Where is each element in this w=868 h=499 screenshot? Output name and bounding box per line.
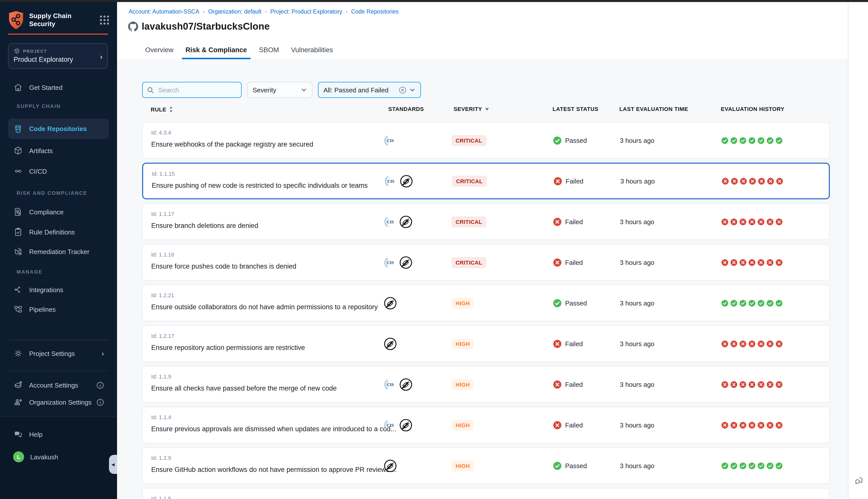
breadcrumb-link[interactable]: Organization: default: [208, 9, 262, 14]
table-row[interactable]: Id: 1.2.9Ensure GitHub action workflows …: [142, 447, 830, 484]
owasp-badge-icon: [399, 256, 412, 269]
module-grid-icon[interactable]: [100, 15, 109, 25]
svg-text:CIS: CIS: [387, 219, 394, 224]
user-menu[interactable]: L Lavakush: [8, 449, 109, 465]
latest-status-cell: Failed: [553, 258, 583, 267]
tab-overview[interactable]: Overview: [145, 40, 173, 59]
owasp-badge-icon: [399, 418, 412, 431]
tab-vulnerabilities[interactable]: Vulnerabilities: [291, 40, 333, 59]
cis-badge-icon: CIS: [384, 175, 396, 187]
history-fail-icon: [731, 259, 737, 266]
svg-text:CIS: CIS: [387, 138, 394, 143]
table-row[interactable]: Id: 1.2.17Ensure repository action permi…: [142, 325, 830, 362]
column-label: LATEST STATUS: [553, 106, 599, 112]
history-fail-icon: [748, 340, 756, 347]
table-row[interactable]: Id: 1.1.15Ensure pushing of new code is …: [142, 163, 830, 199]
last-evaluation-time: 3 hours ago: [620, 340, 654, 348]
breadcrumb-link[interactable]: Project: Product Exploratory: [270, 9, 342, 14]
history-pass-icon: [758, 137, 764, 144]
help-chat-icon: ?: [13, 429, 23, 439]
failed-status-icon: [554, 177, 562, 185]
history-pass-icon: [748, 137, 756, 144]
history-fail-icon: [775, 340, 783, 347]
table-row[interactable]: Id: 1.1.16Ensure force pushes code to br…: [142, 244, 830, 281]
sidebar-item-help[interactable]: ? Help: [8, 426, 109, 442]
sidebar-item-artifacts[interactable]: Artifacts: [8, 143, 109, 159]
table-row[interactable]: Id: 1.1.9Ensure all checks have passed b…: [142, 366, 830, 403]
owasp-badge-icon: [384, 337, 397, 350]
sidebar-item-code-repositories[interactable]: Code Repositories: [8, 119, 109, 139]
history-fail-icon: [775, 381, 783, 388]
sidebar-item-label: Integrations: [29, 286, 63, 293]
sidebar-item-integrations[interactable]: Integrations: [8, 282, 109, 298]
rule-id: Id: 4.3.4: [151, 130, 171, 135]
column-header-last-evaluation-time: LAST EVALUATION TIME: [619, 106, 688, 112]
table-row[interactable]: Id: 1.2.21Ensure outside collaborators d…: [142, 285, 830, 321]
clear-filter-icon[interactable]: [399, 86, 406, 94]
project-selector[interactable]: PROJECT Product Exploratory ›: [8, 43, 108, 69]
table-row[interactable]: Id: 1.1.17Ensure branch deletions are de…: [142, 203, 830, 240]
owasp-badge-icon: [399, 215, 412, 228]
sidebar-item-cicd[interactable]: CI/CD: [8, 163, 109, 179]
column-header-latest-status: LATEST STATUS: [553, 106, 599, 112]
history-fail-icon: [739, 381, 746, 388]
history-fail-icon: [758, 381, 764, 388]
sidebar-item-pipelines[interactable]: Pipelines: [8, 301, 109, 317]
standards-cell: [384, 296, 397, 309]
chevron-down-icon: [301, 87, 307, 93]
column-label: STANDARDS: [388, 106, 424, 112]
history-fail-icon: [776, 178, 783, 184]
tab-risk-compliance[interactable]: Risk & Compliance: [185, 40, 247, 59]
standards-cell: CIS: [384, 378, 412, 391]
history-fail-icon: [731, 218, 737, 225]
avatar: L: [13, 451, 24, 462]
sidebar-item-get-started[interactable]: Get Started: [8, 79, 109, 95]
history-pass-icon: [748, 300, 756, 306]
severity-filter-dropdown[interactable]: Severity: [247, 82, 312, 98]
history-pass-icon: [758, 300, 764, 306]
history-fail-icon: [767, 340, 774, 347]
failed-status-icon: [553, 421, 562, 429]
main-area: Account: Automation-SSCA›Organization: d…: [117, 2, 848, 499]
support-chat-icon[interactable]: [854, 475, 865, 486]
standards-cell: [384, 337, 397, 350]
sidebar-item-rule-definitions[interactable]: Rule Definitions: [8, 224, 109, 240]
standards-cell: CIS: [384, 215, 412, 228]
table-row[interactable]: Id: 1.1.5CISHIGHFailed3 hours ago: [142, 488, 830, 499]
evaluation-history-cell: [721, 218, 783, 225]
latest-status-cell: Passed: [553, 461, 587, 470]
info-icon: [96, 398, 104, 406]
owasp-badge-icon: [384, 459, 397, 472]
sidebar-item-remediation-tracker[interactable]: Remediation Tracker: [8, 243, 109, 259]
org-gear-icon: [13, 397, 23, 407]
history-fail-icon: [767, 422, 774, 428]
last-evaluation-time: 3 hours ago: [620, 258, 654, 266]
breadcrumb-link[interactable]: Code Repositories: [351, 9, 399, 14]
sidebar-item-project-settings[interactable]: Project Settings›: [8, 345, 109, 362]
breadcrumb-link[interactable]: Account: Automation-SSCA: [129, 9, 199, 14]
sidebar-item-compliance[interactable]: Compliance: [8, 204, 109, 220]
breadcrumb-separator-icon: ›: [203, 9, 204, 14]
tab-sbom[interactable]: SBOM: [259, 40, 279, 59]
passed-status-icon: [553, 299, 562, 307]
sidebar-item-label: Artifacts: [29, 147, 53, 154]
history-fail-icon: [758, 422, 764, 428]
table-row[interactable]: Id: 4.3.4Ensure webhooks of the package …: [142, 122, 830, 159]
status-text: Failed: [565, 340, 583, 348]
supply-chain-security-logo-icon: [8, 11, 24, 29]
rule-id: Id: 1.1.16: [151, 252, 174, 257]
search-input[interactable]: [157, 86, 234, 94]
table-row[interactable]: Id: 1.1.4Ensure previous approvals are d…: [142, 406, 830, 443]
status-filter-dropdown[interactable]: All: Passed and Failed: [318, 82, 421, 98]
history-pass-icon: [775, 462, 783, 469]
sidebar-divider: [8, 340, 108, 340]
sidebar-item-label: Pipelines: [29, 305, 56, 313]
pipeline-icon: [13, 304, 23, 314]
cis-badge-icon: CIS: [384, 134, 396, 146]
cube-icon: [13, 146, 23, 156]
column-header-rule[interactable]: RULE: [151, 106, 173, 113]
sidebar-collapse-handle[interactable]: ◀: [109, 455, 117, 474]
sidebar-item-organization-settings[interactable]: Organization Settings: [8, 394, 109, 410]
column-header-severity[interactable]: SEVERITY: [454, 106, 489, 112]
sidebar-item-account-settings[interactable]: Account Settings: [8, 377, 109, 393]
